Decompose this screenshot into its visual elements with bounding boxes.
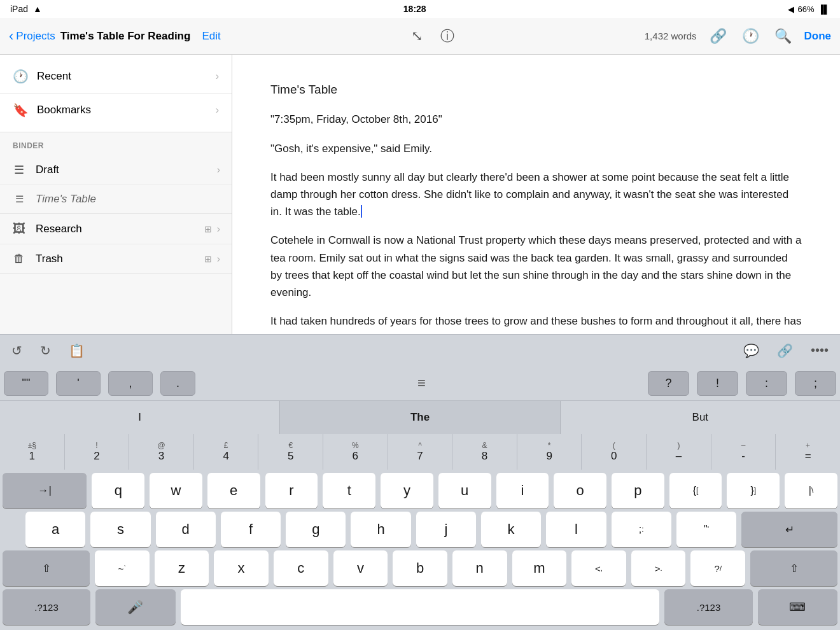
num-key-3[interactable]: @ 3 (129, 434, 194, 470)
key-h[interactable]: h (351, 512, 410, 547)
num-key-6[interactable]: % 6 (323, 434, 388, 470)
num-key-plus[interactable]: + = (776, 434, 840, 470)
edit-button[interactable]: Edit (202, 30, 220, 43)
undo-button[interactable]: ↺ (5, 339, 29, 362)
suggestion-shortcuts: "" ' , . (0, 367, 199, 400)
battery-percent: 66% (798, 4, 815, 14)
info-icon[interactable]: ⓘ (438, 24, 457, 48)
share-icon[interactable]: 🔗 (707, 25, 729, 47)
key-a[interactable]: a (25, 512, 85, 547)
key-backslash[interactable]: |\ (785, 473, 837, 508)
key-s[interactable]: s (90, 512, 150, 547)
key-d[interactable]: d (156, 512, 216, 547)
key-r[interactable]: r (265, 473, 318, 508)
back-button[interactable]: ‹ Projects (9, 28, 55, 45)
done-button[interactable]: Done (804, 30, 832, 43)
colon-shortcut[interactable]: : (746, 371, 787, 396)
key-q[interactable]: q (92, 473, 144, 508)
tab-key[interactable]: →| (3, 473, 87, 508)
num-key-0[interactable]: ( 0 (582, 434, 647, 470)
keyboard-dismiss-key[interactable]: ⌨ (758, 589, 837, 625)
status-bar: iPad ▲ 18:28 ◀ 66% ▐▌ (0, 0, 840, 18)
key-j[interactable]: j (416, 512, 476, 547)
key-x[interactable]: x (214, 550, 269, 586)
key-semicolon[interactable]: ;: (612, 512, 671, 547)
comment-button[interactable]: 💬 (737, 339, 766, 362)
binder-trash-label: Trash (36, 253, 204, 265)
num-toggle-right[interactable]: .?123 (664, 589, 752, 625)
binder-item-draft[interactable]: ☰ Draft › (0, 155, 232, 185)
key-tilde[interactable]: ~` (95, 550, 150, 586)
projects-link[interactable]: Projects (16, 30, 55, 43)
key-v[interactable]: v (333, 550, 388, 586)
key-slash[interactable]: ?/ (690, 550, 745, 586)
shift-key-right[interactable]: ⇧ (750, 550, 837, 586)
num-key-8[interactable]: & 8 (452, 434, 517, 470)
apostrophe-shortcut[interactable]: ' (56, 371, 101, 396)
num-key-5[interactable]: € 5 (258, 434, 323, 470)
key-t[interactable]: t (323, 473, 375, 508)
key-quote[interactable]: "' (676, 512, 736, 547)
more-button[interactable]: •••• (804, 339, 835, 362)
key-gt[interactable]: >. (631, 550, 686, 586)
predictive-word-but[interactable]: But (561, 401, 840, 434)
key-e[interactable]: e (207, 473, 260, 508)
suggestions-right: ? ! : ; (644, 367, 840, 400)
num-toggle-left[interactable]: .?123 (3, 589, 90, 625)
sidebar-item-bookmarks[interactable]: 🔖 Bookmarks › (0, 94, 232, 127)
key-u[interactable]: u (438, 473, 491, 508)
semicolon-shortcut[interactable]: ; (795, 371, 836, 396)
key-p[interactable]: p (612, 473, 664, 508)
binder-item-trash[interactable]: 🗑 Trash ⊞ › (0, 244, 232, 274)
binder-item-times-table[interactable]: ☰ Time's Table (0, 185, 232, 214)
num-key-1[interactable]: ±§ 1 (0, 434, 65, 470)
times-table-icon: ☰ (11, 193, 27, 205)
redo-button[interactable]: ↻ (34, 339, 57, 362)
binder-item-research[interactable]: 🖼 Research ⊞ › (0, 214, 232, 244)
key-o[interactable]: o (554, 473, 606, 508)
key-b[interactable]: b (393, 550, 447, 586)
key-lbrace[interactable]: {[ (669, 473, 722, 508)
num-key-7[interactable]: ^ 7 (388, 434, 453, 470)
key-m[interactable]: m (512, 550, 567, 586)
num-key-minus[interactable]: – - (711, 434, 776, 470)
num-key-2[interactable]: ! 2 (65, 434, 130, 470)
num-key-9[interactable]: * 9 (517, 434, 582, 470)
key-z[interactable]: z (155, 550, 209, 586)
key-g[interactable]: g (286, 512, 346, 547)
key-n[interactable]: n (452, 550, 507, 586)
key-lt[interactable]: <, (571, 550, 626, 586)
return-key[interactable]: ↵ (741, 512, 837, 547)
question-shortcut[interactable]: ? (648, 371, 689, 396)
key-w[interactable]: w (150, 473, 202, 508)
num-key-4[interactable]: £ 4 (194, 434, 259, 470)
key-rbrace[interactable]: }] (727, 473, 780, 508)
predictive-word-the[interactable]: The (280, 401, 560, 434)
period-shortcut[interactable]: . (160, 371, 195, 396)
link-button[interactable]: 🔗 (771, 339, 799, 362)
expand-icon[interactable]: ⤡ (409, 25, 425, 47)
exclaim-shortcut[interactable]: ! (697, 371, 738, 396)
key-k[interactable]: k (481, 512, 541, 547)
num-key-dash[interactable]: ) – (647, 434, 711, 470)
key-y[interactable]: y (381, 473, 433, 508)
paste-button[interactable]: 📋 (62, 339, 91, 362)
key-l[interactable]: l (546, 512, 606, 547)
suggestion-center: ≡ (199, 375, 644, 391)
history-icon[interactable]: 🕐 (739, 25, 762, 47)
hamburger-icon[interactable]: ≡ (417, 375, 426, 391)
microphone-key[interactable]: 🎤 (95, 589, 175, 625)
search-icon[interactable]: 🔍 (772, 25, 794, 47)
key-c[interactable]: c (274, 550, 328, 586)
key-i[interactable]: i (496, 473, 549, 508)
quote-shortcut[interactable]: "" (4, 371, 48, 396)
predictive-word-i[interactable]: I (0, 401, 280, 434)
document-title-text: Time's Table (270, 80, 802, 99)
sidebar-item-recent[interactable]: 🕐 Recent › (0, 60, 232, 94)
shift-key-left[interactable]: ⇧ (3, 550, 90, 586)
number-row: ±§ 1 ! 2 @ 3 £ 4 € 5 % 6 ^ 7 & 8 (0, 434, 840, 470)
comma-shortcut[interactable]: , (108, 371, 153, 396)
space-key[interactable] (181, 589, 660, 625)
key-f[interactable]: f (221, 512, 281, 547)
keyboard-area: ↺ ↻ 📋 💬 🔗 •••• "" ' , . ≡ ? ! : ; I (0, 334, 840, 630)
